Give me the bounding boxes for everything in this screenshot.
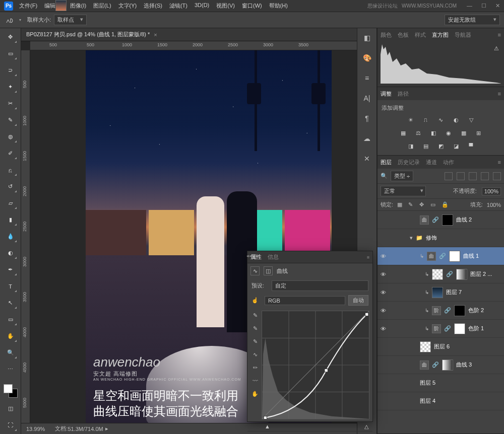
smooth-icon[interactable]: 〰: [250, 376, 260, 385]
adj-lut-icon[interactable]: ⊞: [474, 128, 484, 138]
group-chevron-icon[interactable]: ▾: [410, 235, 413, 241]
layer-mask-thumb[interactable]: [442, 214, 453, 226]
mask-icon[interactable]: ◫: [264, 266, 273, 275]
layer-row[interactable]: 👁↳阶🔗色阶 1: [377, 320, 504, 338]
layer-mask-thumb[interactable]: [454, 305, 465, 316]
menu-view[interactable]: 视图(V): [216, 2, 235, 10]
layer-name[interactable]: 图层 6: [434, 343, 450, 350]
sample-black-icon[interactable]: ✎: [250, 311, 260, 320]
layer-mask-thumb[interactable]: [456, 269, 467, 280]
menu-file[interactable]: 文件(F): [19, 2, 37, 10]
filter-pixel-icon[interactable]: [445, 172, 453, 180]
panel-menu-icon[interactable]: ≡: [498, 32, 501, 38]
dock-navigator-icon[interactable]: ◧: [361, 32, 372, 43]
tab-histogram[interactable]: 直方图: [432, 31, 449, 39]
layer-name[interactable]: 图层 5: [420, 379, 435, 387]
tab-info[interactable]: 信息: [268, 253, 279, 261]
tool-history-brush[interactable]: ↺: [5, 181, 17, 192]
lock-artboard-icon[interactable]: ▭: [430, 201, 437, 208]
tool-dodge[interactable]: ◐: [5, 247, 17, 259]
tool-magic-wand[interactable]: ✦: [5, 81, 17, 93]
layer-visibility-icon[interactable]: 👁: [381, 308, 389, 314]
tool-edit-toolbar[interactable]: ⋯: [5, 364, 17, 375]
tool-marquee[interactable]: ▭: [5, 48, 17, 59]
quick-mask-toggle[interactable]: ◫: [5, 403, 17, 414]
layer-row[interactable]: 👁↳图层 7: [377, 283, 504, 302]
target-adj-icon[interactable]: ☝: [251, 297, 262, 304]
tab-swatches[interactable]: 色板: [398, 31, 409, 39]
adj-vibrance-icon[interactable]: ▽: [466, 115, 476, 125]
filter-smart-icon[interactable]: [493, 172, 501, 180]
tool-zoom[interactable]: 🔍: [5, 347, 17, 358]
adj-selective-icon[interactable]: ◪: [451, 141, 461, 151]
lock-position-icon[interactable]: ✎: [408, 201, 415, 208]
menu-type[interactable]: 文字(Y): [118, 2, 137, 10]
layer-name[interactable]: 图层 2 ...: [470, 270, 492, 278]
adj-threshold-icon[interactable]: ◩: [436, 141, 446, 151]
layer-visibility-icon[interactable]: 👁: [381, 253, 389, 259]
menu-select[interactable]: 选择(S): [144, 2, 162, 10]
layer-row[interactable]: 👁↳🔗图层 2 ...: [377, 265, 504, 283]
layer-name[interactable]: 色阶 1: [468, 325, 484, 332]
menu-filter[interactable]: 滤镜(T): [169, 2, 187, 10]
dock-libraries-icon[interactable]: ☁: [361, 133, 372, 144]
layer-name[interactable]: 曲线 3: [456, 361, 472, 369]
edit-points-icon[interactable]: ∿: [250, 350, 260, 359]
layer-filter-dropdown[interactable]: 类型 ÷: [391, 171, 413, 181]
tool-blur[interactable]: 💧: [5, 231, 17, 242]
tab-styles[interactable]: 样式: [415, 31, 426, 39]
lock-pixels-icon[interactable]: ▦: [397, 201, 404, 208]
layer-name[interactable]: 修饰: [426, 234, 437, 242]
foreground-color[interactable]: [4, 384, 13, 393]
screen-mode-toggle[interactable]: ⛶: [5, 419, 17, 431]
layer-visibility-icon[interactable]: 👁: [381, 326, 389, 332]
tool-move[interactable]: ✥: [5, 31, 17, 43]
blend-mode-dropdown[interactable]: 正常: [381, 186, 426, 196]
sample-size-dropdown[interactable]: 取样点: [54, 15, 87, 25]
fill-value[interactable]: 100%: [487, 202, 501, 208]
adj-gradient-map-icon[interactable]: ▀: [466, 141, 476, 151]
layer-name[interactable]: 图层 4: [420, 397, 435, 405]
adj-exposure-icon[interactable]: ◐: [451, 115, 461, 125]
window-minimize-icon[interactable]: —: [467, 3, 472, 9]
dock-color-icon[interactable]: 🎨: [361, 52, 372, 63]
layer-row[interactable]: 图层 5: [377, 374, 504, 392]
panel-menu-icon[interactable]: ≡: [498, 159, 501, 165]
panel-collapse-icon[interactable]: ◂◂: [246, 253, 251, 258]
tab-paths[interactable]: 路径: [398, 90, 409, 98]
adj-photo-filter-icon[interactable]: ◉: [444, 128, 454, 138]
adj-levels-icon[interactable]: ⎍: [421, 115, 431, 125]
tool-path-select[interactable]: ↖: [5, 297, 17, 309]
black-slider-icon[interactable]: ▲: [265, 423, 270, 430]
tool-brush[interactable]: ✐: [5, 148, 17, 159]
layer-name[interactable]: 图层 7: [446, 288, 462, 296]
color-swatches[interactable]: [4, 384, 18, 398]
layer-mask-thumb[interactable]: [454, 323, 465, 334]
tab-navigator[interactable]: 导航器: [455, 31, 471, 39]
layer-visibility-icon[interactable]: 👁: [381, 290, 389, 296]
tool-pen[interactable]: ✒: [5, 264, 17, 275]
curves-graph[interactable]: [262, 311, 369, 419]
menu-3d[interactable]: 3D(D): [195, 2, 209, 10]
adj-channel-mixer-icon[interactable]: ▩: [459, 128, 469, 138]
layer-name[interactable]: 曲线 2: [456, 216, 472, 224]
layer-row[interactable]: 曲🔗曲线 2: [377, 211, 504, 229]
layer-row[interactable]: 👁↳曲🔗曲线 1: [377, 247, 504, 265]
tool-gradient[interactable]: ▮: [5, 214, 17, 226]
layer-row[interactable]: 图层 6: [377, 338, 504, 356]
window-close-icon[interactable]: ✕: [495, 3, 500, 9]
tool-type[interactable]: T: [5, 280, 17, 292]
tool-stamp[interactable]: ⎌: [5, 164, 17, 176]
tool-crop[interactable]: ✂: [5, 98, 17, 109]
tool-healing[interactable]: ◍: [5, 131, 17, 142]
window-maximize-icon[interactable]: ☐: [481, 3, 486, 9]
lock-move-icon[interactable]: ✥: [419, 201, 426, 208]
tab-channels[interactable]: 通道: [426, 159, 437, 166]
menu-image[interactable]: 图像(I): [70, 2, 86, 10]
channel-dropdown[interactable]: RGB: [265, 296, 345, 305]
tool-lasso[interactable]: ⊃: [5, 64, 17, 76]
tool-eraser[interactable]: ▱: [5, 197, 17, 209]
sample-white-icon[interactable]: ✎: [250, 337, 260, 346]
hand-icon[interactable]: ✋: [250, 389, 260, 398]
workspace-dropdown[interactable]: 安超无敌组: [445, 15, 500, 25]
